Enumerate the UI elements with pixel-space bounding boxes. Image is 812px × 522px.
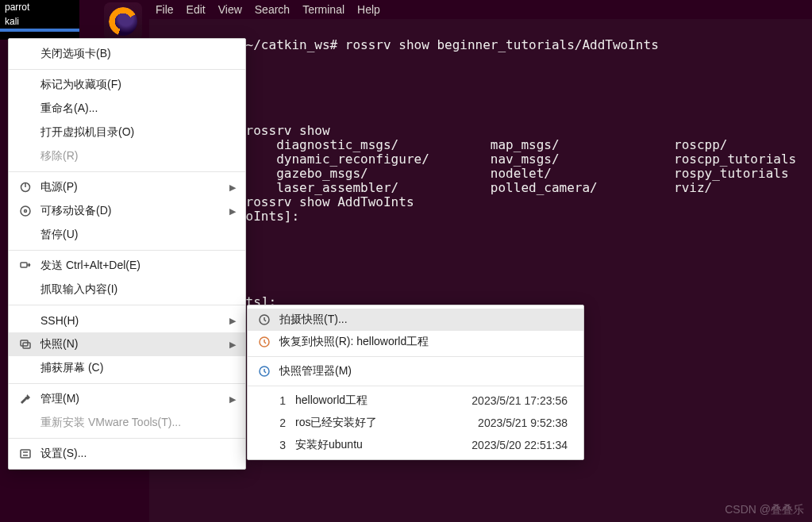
menu-remove: 移除(R) xyxy=(9,144,245,168)
snapshot-entry[interactable]: 1 helloworld工程 2023/5/21 17:23:56 xyxy=(248,390,583,412)
menu-label: 打开虚拟机目录(O) xyxy=(34,125,236,140)
chevron-right-icon: ▶ xyxy=(229,316,236,326)
vm-tab-selected[interactable] xyxy=(0,29,79,32)
snapshot-entry[interactable]: 3 安装好ubuntu 2023/5/20 22:51:34 xyxy=(248,434,583,456)
menu-ssh[interactable]: SSH(H) ▶ xyxy=(9,309,245,332)
snapshot-manager-icon xyxy=(256,365,273,378)
send-icon xyxy=(17,259,34,272)
clock-revert-icon xyxy=(256,336,273,348)
menu-mark-favorite[interactable]: 标记为收藏项(F) xyxy=(9,73,245,97)
snapshot-submenu: 拍摄快照(T)... 恢复到快照(R): helloworld工程 快照管理器(… xyxy=(247,305,584,460)
chevron-right-icon: ▶ xyxy=(229,206,236,217)
svg-rect-7 xyxy=(21,450,30,458)
power-icon xyxy=(17,181,34,194)
firefox-launcher-icon[interactable] xyxy=(104,2,142,40)
chevron-right-icon: ▶ xyxy=(229,394,236,405)
menu-label: 拍摄快照(T)... xyxy=(273,313,574,327)
menu-separator xyxy=(9,438,245,439)
menu-help[interactable]: Help xyxy=(351,3,387,16)
svg-rect-4 xyxy=(21,263,27,267)
menu-separator xyxy=(9,383,245,384)
chevron-right-icon: ▶ xyxy=(229,340,236,350)
snapshot-name: 安装好ubuntu xyxy=(295,438,471,452)
firefox-icon xyxy=(109,7,137,36)
snapshot-icon xyxy=(17,338,34,351)
svg-point-3 xyxy=(25,210,27,213)
menu-label: 可移动设备(D) xyxy=(34,204,229,218)
vm-tab-kali[interactable]: kali xyxy=(0,14,79,29)
menu-label: 捕获屏幕 (C) xyxy=(34,361,236,375)
wrench-icon xyxy=(17,393,34,405)
snapshot-number: 2 xyxy=(279,416,295,429)
menu-label: 电源(P) xyxy=(34,180,229,194)
menu-power[interactable]: 电源(P) ▶ xyxy=(9,175,245,199)
menu-separator xyxy=(9,305,245,305)
disc-icon xyxy=(17,205,34,217)
menu-label: 管理(M) xyxy=(34,392,229,406)
menu-separator xyxy=(9,69,245,70)
snapshot-time: 2023/5/21 17:23:56 xyxy=(471,394,568,407)
menu-separator xyxy=(248,356,583,357)
snapshot-number: 3 xyxy=(279,439,295,451)
clock-plus-icon xyxy=(256,313,273,326)
snapshot-time: 2023/5/21 9:52:38 xyxy=(478,416,568,429)
terminal-line: nager_msgs/ dynamic_reconfigure/ nav_msg… xyxy=(154,152,796,167)
menu-send-cad[interactable]: 发送 Ctrl+Alt+Del(E) xyxy=(9,254,245,278)
menu-removable-devices[interactable]: 可移动设备(D) ▶ xyxy=(9,199,245,223)
menu-close-tab[interactable]: 关闭选项卡(B) xyxy=(9,42,245,66)
menu-label: 标记为收藏项(F) xyxy=(34,78,236,92)
menu-label: 快照(N) xyxy=(34,337,229,351)
menu-reinstall-tools: 重新安装 VMware Tools(T)... xyxy=(9,411,245,435)
menu-label: 关闭选项卡(B) xyxy=(34,47,236,61)
chevron-right-icon: ▶ xyxy=(229,182,236,193)
menu-search[interactable]: Search xyxy=(248,3,296,16)
menu-revert-snapshot[interactable]: 恢复到快照(R): helloworld工程 xyxy=(248,331,583,353)
menu-label: 设置(S)... xyxy=(34,447,236,461)
menu-separator xyxy=(9,250,245,251)
vm-tab-parrot[interactable]: parrot xyxy=(0,0,79,14)
menu-manage[interactable]: 管理(M) ▶ xyxy=(9,387,245,411)
vm-context-menu: 关闭选项卡(B) 标记为收藏项(F) 重命名(A)... 打开虚拟机目录(O) … xyxy=(8,38,246,470)
terminal-menubar: File Edit View Search Terminal Help xyxy=(149,0,812,19)
menu-capture-screen[interactable]: 捕获屏幕 (C) xyxy=(9,356,245,380)
menu-label: 发送 Ctrl+Alt+Del(E) xyxy=(34,259,236,273)
menu-edit[interactable]: Edit xyxy=(180,3,212,16)
menu-separator xyxy=(248,386,583,386)
menu-label: 快照管理器(M) xyxy=(273,364,574,378)
menu-rename[interactable]: 重命名(A)... xyxy=(9,97,245,121)
menu-label: 重命名(A)... xyxy=(34,102,236,116)
snapshot-name: helloworld工程 xyxy=(295,393,471,408)
settings-icon xyxy=(17,447,34,460)
menu-label: SSH(H) xyxy=(34,314,229,327)
menu-label: 恢复到快照(R): helloworld工程 xyxy=(273,335,574,349)
menu-open-vm-dir[interactable]: 打开虚拟机目录(O) xyxy=(9,121,245,144)
menu-label: 暂停(U) xyxy=(34,228,236,242)
menu-snapshot[interactable]: 快照(N) ▶ xyxy=(9,332,245,356)
snapshot-name: ros已经安装好了 xyxy=(295,416,478,430)
svg-point-2 xyxy=(21,206,30,216)
menu-terminal[interactable]: Terminal xyxy=(296,3,351,16)
menu-view[interactable]: View xyxy=(212,3,248,16)
menu-settings[interactable]: 设置(S)... xyxy=(9,442,245,466)
watermark: CSDN @叠叠乐 xyxy=(725,503,804,517)
menu-separator xyxy=(9,171,245,172)
menu-file[interactable]: File xyxy=(149,3,180,16)
menu-snapshot-manager[interactable]: 快照管理器(M) xyxy=(248,360,583,382)
terminal-line: gazebo_msgs/ nodelet/ rospy_tutorials xyxy=(154,166,789,181)
snapshot-time: 2023/5/20 22:51:34 xyxy=(471,439,568,451)
menu-label: 移除(R) xyxy=(34,149,236,163)
menu-label: 抓取输入内容(I) xyxy=(34,282,236,297)
menu-label: 重新安装 VMware Tools(T)... xyxy=(34,416,236,430)
menu-take-snapshot[interactable]: 拍摄快照(T)... xyxy=(248,309,583,331)
vm-tabs: parrot kali xyxy=(0,0,79,40)
snapshot-entry[interactable]: 2 ros已经安装好了 2023/5/21 9:52:38 xyxy=(248,412,583,434)
menu-grab-input[interactable]: 抓取输入内容(I) xyxy=(9,278,245,301)
snapshot-number: 1 xyxy=(279,394,295,407)
menu-pause[interactable]: 暂停(U) xyxy=(9,223,245,247)
